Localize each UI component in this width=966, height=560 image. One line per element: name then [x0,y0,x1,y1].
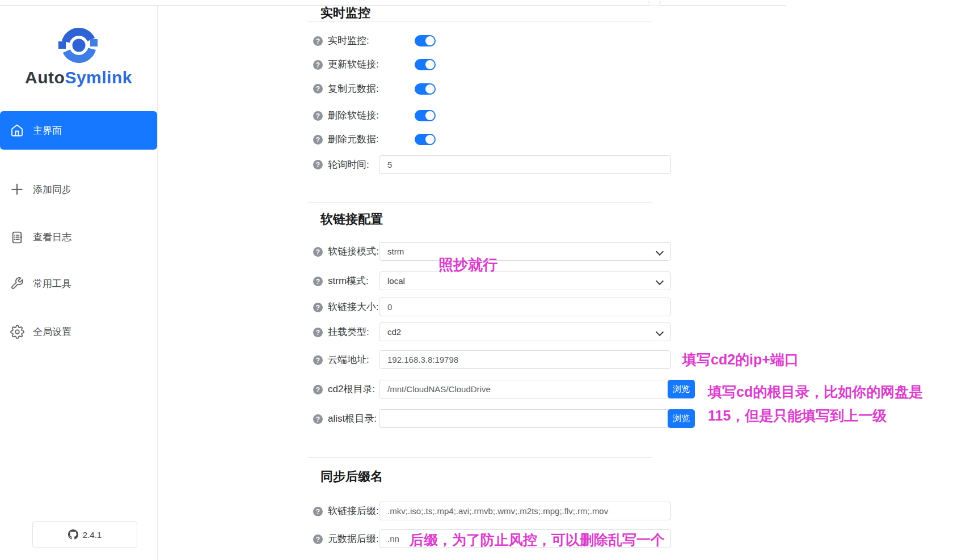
sidebar-item-label: 全局设置 [33,325,71,338]
help-icon[interactable]: ? [313,160,323,169]
cd2-root-browse-button[interactable]: 浏览 [668,380,695,398]
plus-icon [10,182,24,197]
copy-metadata-label: 复制元数据: [328,83,379,95]
annotation-suffix-note: 后缀，为了防止风控，可以删除乱写一个 [410,531,665,549]
github-icon [68,529,78,540]
update-symlink-label: 更新软链接: [328,58,379,71]
sidebar-item-tools[interactable]: 常用工具 [0,265,157,302]
alist-root-browse-button[interactable]: 浏览 [668,409,695,428]
sidebar-item-label: 添加同步 [33,183,71,196]
sidebar-item-add-sync[interactable]: 添加同步 [0,171,157,207]
annotation-copy-as-is: 照抄就行 [438,255,497,275]
realtime-toggle[interactable] [415,35,436,46]
alist-root-input[interactable] [379,409,671,428]
divider [307,202,652,203]
help-icon[interactable]: ? [313,277,323,286]
symlink-size-input[interactable] [379,298,671,316]
annotation-cd2-ip: 填写cd2的ip+端口 [682,350,799,369]
brand-auto: Auto [25,68,65,87]
delete-symlink-label: 删除软链接: [328,109,379,122]
help-icon[interactable]: ? [313,385,323,394]
help-icon[interactable]: ? [313,414,323,424]
section-title-realtime-monitor: 实时监控 [320,5,370,22]
mount-type-select[interactable]: cd2 [379,323,671,341]
delete-metadata-label: 删除元数据: [328,133,379,146]
sidebar-item-home[interactable]: 主界面 [0,111,157,150]
mount-type-label: 挂载类型: [328,326,369,338]
divider [307,457,652,458]
symlink-size-label: 软链接大小: [328,301,379,313]
help-icon[interactable]: ? [313,247,323,257]
poll-time-label: 轮询时间: [328,159,369,171]
gear-icon [10,324,24,339]
help-icon[interactable]: ? [313,60,323,70]
strm-mode-label: strm模式: [328,275,369,287]
brand-symlink: Symlink [65,68,132,87]
realtime-label: 实时监控: [328,35,369,47]
chevron-down-icon [656,328,664,336]
update-symlink-toggle[interactable] [415,59,436,70]
sidebar-item-label: 常用工具 [33,277,71,290]
alist-root-label: alist根目录: [328,413,377,425]
browser-chrome-notch [648,1,661,6]
help-icon[interactable]: ? [313,303,323,312]
symlink-mode-select[interactable]: strm [379,242,671,261]
help-icon[interactable]: ? [313,84,323,94]
sidebar-item-global-settings[interactable]: 全局设置 [0,313,157,350]
strm-mode-select[interactable]: local [379,271,671,290]
sidebar-item-label: 查看日志 [33,231,71,244]
sidebar: AutoSymlink 主界面 添加同步 查看日志 常用工具 [0,6,158,560]
section-title-sync-suffix: 同步后缀名 [320,468,383,485]
help-icon[interactable]: ? [313,534,323,544]
metadata-suffix-label: 元数据后缀: [328,533,379,545]
autosymlink-app: AutoSymlink 主界面 添加同步 查看日志 常用工具 [0,0,966,560]
delete-metadata-toggle[interactable] [415,134,436,145]
symlink-suffix-input[interactable] [379,502,671,520]
browser-chrome-edge-2 [660,5,786,6]
mount-type-value: cd2 [387,327,401,337]
copy-metadata-toggle[interactable] [415,83,436,95]
chevron-down-icon [656,277,664,285]
help-icon[interactable]: ? [313,507,323,516]
brand-wordmark: AutoSymlink [0,68,157,87]
cloud-address-label: 云端地址: [328,354,369,366]
help-icon[interactable]: ? [313,36,323,46]
symlink-mode-value: strm [387,247,404,256]
divider [307,22,652,22]
help-icon[interactable]: ? [313,135,323,145]
sidebar-item-label: 主界面 [33,124,62,137]
section-title-symlink-config: 软链接配置 [320,211,383,228]
symlink-mode-label: 软链接模式: [328,245,379,258]
log-icon [10,230,24,244]
github-version-button[interactable]: 2.4.1 [32,521,137,548]
cd2-root-label: cd2根目录: [328,383,375,396]
cloud-address-input[interactable] [379,350,671,369]
brand: AutoSymlink [0,23,157,87]
help-icon[interactable]: ? [313,355,323,365]
poll-time-input[interactable] [379,155,671,174]
annotation-cd-root-line2: 115，但是只能填写到上一级 [708,404,923,427]
autosymlink-logo-icon [53,23,105,67]
delete-symlink-toggle[interactable] [415,110,436,121]
sidebar-item-view-logs[interactable]: 查看日志 [0,219,157,255]
symlink-suffix-label: 软链接后缀: [328,505,379,517]
annotation-cd-root-line1: 填写cd的根目录，比如你的网盘是 [708,380,923,404]
help-icon[interactable]: ? [313,328,323,337]
cd2-root-input[interactable] [379,380,671,398]
home-icon [10,123,24,138]
chevron-down-icon [656,248,664,256]
wrench-icon [10,276,24,291]
help-icon[interactable]: ? [313,111,323,121]
annotation-cd-root: 填写cd的根目录，比如你的网盘是 115，但是只能填写到上一级 [708,380,923,427]
strm-mode-value: local [387,276,405,286]
version-label: 2.4.1 [83,530,102,540]
